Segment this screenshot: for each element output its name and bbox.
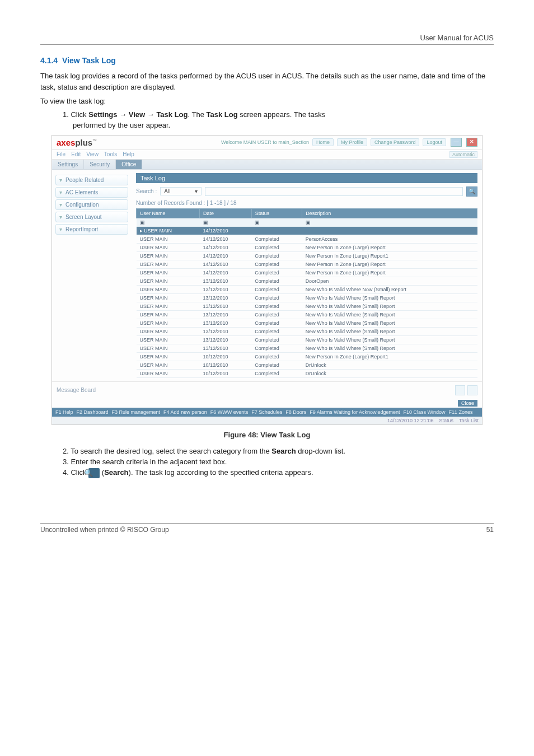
section-heading: 4.1.4 View Task Log — [40, 56, 494, 65]
change-password-link[interactable]: Change Password — [371, 138, 420, 146]
msg-icon-2[interactable] — [467, 385, 477, 395]
menu-bar: File Edit View Tools Help Automatic — [52, 150, 482, 160]
filter-icon: ▣ — [255, 220, 260, 225]
table-row[interactable]: USER MAIN13/12/2010CompletedDoorOpen — [137, 277, 477, 285]
chevron-down-icon: ▾ — [195, 188, 198, 194]
step-1-cont: performed by the user appear. — [73, 121, 494, 129]
paragraph-1: The task log provides a record of the ta… — [40, 71, 494, 92]
table-row[interactable]: USER MAIN10/12/2010CompletedDrUnlock — [137, 361, 477, 369]
page-number: 51 — [486, 526, 494, 534]
table-row[interactable]: USER MAIN13/12/2010CompletedNew Who Is V… — [137, 319, 477, 327]
fkey-f6[interactable]: F6 WWW events — [210, 409, 249, 415]
table-row[interactable]: USER MAIN13/12/2010CompletedNew Who Is V… — [137, 327, 477, 335]
paragraph-2: To view the task log: — [40, 96, 494, 107]
table-row[interactable]: USER MAIN13/12/2010CompletedNew Who Is V… — [137, 344, 477, 352]
minimize-icon[interactable]: — — [451, 138, 462, 147]
table-row[interactable]: USER MAIN10/12/2010CompletedDrUnlock — [137, 369, 477, 377]
welcome-text: Welcome MAIN USER to main_Section — [221, 139, 309, 145]
col-user-name[interactable]: User Name — [137, 208, 200, 218]
menu-edit[interactable]: Edit — [71, 151, 81, 158]
close-icon[interactable]: ✕ — [466, 138, 477, 147]
status-tasklist[interactable]: Task List — [459, 418, 479, 423]
sidebar-item-reportimport[interactable]: ▾ReportImport — [55, 224, 128, 235]
fkey-f4[interactable]: F4 Add new person — [163, 409, 207, 415]
chevron-down-icon: ▾ — [59, 214, 64, 220]
fkey-f1[interactable]: F1 Help — [55, 409, 73, 415]
fkey-f2[interactable]: F2 Dashboard — [77, 409, 109, 415]
search-dropdown[interactable]: All▾ — [160, 187, 202, 195]
home-link[interactable]: Home — [312, 138, 334, 146]
menu-help[interactable]: Help — [123, 151, 134, 158]
msg-icon-1[interactable] — [455, 385, 465, 395]
tab-settings[interactable]: Settings — [52, 160, 84, 169]
table-row[interactable]: USER MAIN14/12/2010CompletedNew Person I… — [137, 251, 477, 260]
record-count: Number of Records Found : [ 1 -18 ] / 18 — [136, 200, 477, 206]
sidebar-item-ac-elements[interactable]: ▾AC Elements — [55, 187, 128, 198]
doc-header: User Manual for ACUS — [40, 34, 494, 42]
fkey-f3[interactable]: F3 Rule management — [112, 409, 161, 415]
chevron-down-icon: ▾ — [59, 202, 64, 208]
menu-tools[interactable]: Tools — [104, 151, 117, 158]
menu-view[interactable]: View — [86, 151, 99, 158]
table-row[interactable]: USER MAIN13/12/2010CompletedNew Who Is V… — [137, 293, 477, 302]
search-icon: 🔍 — [88, 468, 100, 478]
task-log-table: User Name Date Status Description ▣ ▣ ▣ … — [136, 208, 477, 378]
table-row[interactable]: USER MAIN14/12/2010CompletedNew Person I… — [137, 260, 477, 268]
table-row[interactable]: USER MAIN13/12/2010CompletedNew Who Is V… — [137, 310, 477, 319]
step-3: 3. Enter the search criteria in the adja… — [63, 458, 494, 466]
table-row[interactable]: USER MAIN13/12/2010CompletedNew Who Is V… — [137, 285, 477, 293]
filter-icon: ▣ — [140, 220, 145, 225]
filter-icon: ▣ — [203, 220, 208, 225]
search-button[interactable]: 🔍 — [466, 186, 477, 197]
sidebar-item-people-related[interactable]: ▾People Related — [55, 175, 128, 185]
sidebar-item-screen-layout[interactable]: ▾Screen Layout — [55, 212, 128, 222]
close-button[interactable]: Close — [458, 400, 477, 407]
my-profile-link[interactable]: My Profile — [337, 138, 367, 146]
step-1: 1. Click Settings → View → Task Log. The… — [63, 110, 494, 119]
function-keys-bar: F1 Help F2 Dashboard F3 Rule management … — [52, 408, 482, 417]
status-label: Status — [439, 418, 453, 423]
col-status[interactable]: Status — [251, 208, 302, 218]
fkey-f11[interactable]: F11 Zones — [449, 409, 473, 415]
message-board-label: Message Board — [57, 387, 96, 393]
panel-title: Task Log — [136, 173, 477, 183]
sidebar-item-configuration[interactable]: ▾Configuration — [55, 199, 128, 210]
step-4: 4. Click 🔍 (Search). The task log accord… — [63, 468, 494, 478]
footer-left: Uncontrolled when printed © RISCO Group — [40, 526, 169, 534]
chevron-down-icon: ▾ — [59, 177, 64, 183]
menu-file[interactable]: File — [57, 151, 65, 158]
sidebar: ▾People Related ▾AC Elements ▾Configurat… — [52, 170, 132, 381]
chevron-down-icon: ▾ — [59, 189, 64, 195]
tab-office[interactable]: Office — [116, 160, 142, 169]
table-row[interactable]: USER MAIN14/12/2010CompletedNew Person I… — [137, 243, 477, 251]
tab-security[interactable]: Security — [84, 160, 116, 169]
automatic-indicator: Automatic — [449, 151, 477, 158]
table-row[interactable]: USER MAIN13/12/2010CompletedNew Who Is V… — [137, 302, 477, 310]
app-brand: axesplus™ — [57, 138, 97, 147]
fkey-f7[interactable]: F7 Schedules — [251, 409, 282, 415]
status-time: 14/12/2010 12:21:06 — [387, 418, 434, 423]
search-icon: 🔍 — [469, 188, 475, 194]
fkey-f10[interactable]: F10 Class Window — [404, 409, 446, 415]
figure-caption: Figure 48: View Task Log — [40, 431, 494, 439]
chevron-down-icon: ▾ — [59, 226, 64, 232]
table-row-selected[interactable]: ▸ USER MAIN 14/12/2010 — [137, 226, 477, 235]
filter-icon: ▣ — [306, 220, 311, 225]
table-row[interactable]: USER MAIN14/12/2010CompletedNew Person I… — [137, 268, 477, 277]
step-2: 2. To search the desired log, select the… — [63, 447, 494, 455]
table-row[interactable]: USER MAIN13/12/2010CompletedNew Who Is V… — [137, 335, 477, 344]
fkey-f8[interactable]: F8 Doors — [285, 409, 306, 415]
app-screenshot: axesplus™ Welcome MAIN USER to main_Sect… — [51, 135, 483, 425]
table-row[interactable]: USER MAIN14/12/2010CompletedPersonAccess — [137, 235, 477, 243]
col-date[interactable]: Date — [200, 208, 252, 218]
search-input[interactable] — [205, 187, 463, 196]
table-row[interactable]: USER MAIN10/12/2010CompletedNew Person I… — [137, 352, 477, 361]
search-label: Search : — [136, 188, 157, 194]
filter-row[interactable]: ▣ ▣ ▣ ▣ — [137, 218, 477, 226]
fkey-f9[interactable]: F9 Alarms Waiting for Acknowledgement — [310, 409, 400, 415]
col-description[interactable]: Description — [302, 208, 477, 218]
logout-link[interactable]: Logout — [423, 138, 446, 146]
